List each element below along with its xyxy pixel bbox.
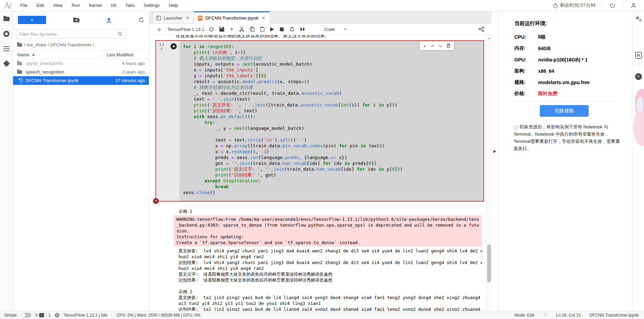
extensions-icon[interactable]: [3, 60, 10, 68]
power-button[interactable]: [602, 3, 623, 8]
mascot-image: [633, 88, 644, 149]
output-line: 识别结果: ta1 jin3 ping2 yao1 bu4 de li4 lia…: [178, 306, 482, 311]
output-line: [178, 283, 482, 289]
tab-launcher[interactable]: Launcher ✕: [153, 12, 194, 23]
menu-item-edit[interactable]: Edit: [32, 3, 48, 8]
menu-item-tabs[interactable]: Tabs: [121, 3, 139, 8]
new-folder-button[interactable]: [73, 18, 79, 22]
move-up-icon[interactable]: [431, 45, 434, 47]
filter-files-input[interactable]: [17, 32, 118, 37]
heart-icon[interactable]: ♡: [543, 312, 547, 318]
code-line: y = inputs['the_labels'][0]: [183, 73, 481, 79]
column-header-name[interactable]: Name: [13, 52, 102, 57]
scrollbar-thumb[interactable]: [487, 244, 491, 282]
menu-item-help[interactable]: Help: [164, 3, 183, 8]
env-spec-label: 架构:: [514, 68, 538, 74]
debug-icon[interactable]: [157, 27, 162, 32]
running-sessions-icon[interactable]: [3, 30, 10, 37]
filter-box: [16, 29, 125, 39]
output-line: 识别结果: lv4 shi4 yang2 chun1 yan1 jing3 da…: [178, 260, 482, 265]
output-line: ai3 tun2 yi4 zhi2 yi3 yi1 tou2 de you1 s…: [178, 300, 482, 306]
simple-mode-label: Simple: [4, 313, 17, 318]
close-icon[interactable]: ✕: [261, 15, 266, 21]
file-name: .ipynb_checkpoints: [23, 61, 106, 66]
workspace: + / ma_share / DFCNN-Transform: [0, 11, 644, 311]
code-line: got = ''.join(train_data.han_vocab[idx] …: [183, 160, 481, 166]
move-down-icon[interactable]: [439, 45, 442, 47]
tab-notebook[interactable]: DFCNN-Transformer.ipynb ✕: [194, 11, 270, 24]
restart-kernel-button[interactable]: [290, 27, 295, 32]
share-button[interactable]: [479, 26, 484, 32]
paste-cells-button[interactable]: [260, 27, 264, 32]
kernel-count[interactable]: 1: [48, 313, 51, 318]
code-cell[interactable]: + 3.9 s: [155, 40, 484, 202]
output-stderr-block: WARNING:tensorflow:From /home/ma-user/an…: [174, 215, 482, 247]
cut-cells-button[interactable]: [239, 27, 244, 32]
cell-run-button[interactable]: [171, 43, 177, 49]
settings-gears-icon[interactable]: [632, 15, 644, 22]
run-all-button[interactable]: [301, 27, 305, 31]
status-bar: Simple 0 ▸ 1 TensorFlow-1.13.1 | Idle CP…: [0, 311, 644, 319]
column-header-modified[interactable]: Last Modified: [102, 50, 149, 59]
notebook-toolbar: TensorFlow-1.13.1 +: [149, 24, 492, 35]
env-spec-label: 价格:: [514, 91, 538, 97]
kernel-name[interactable]: TensorFlow-1.13.1: [167, 27, 204, 32]
scroll-up-icon[interactable]: ▲: [488, 36, 491, 40]
breadcrumb[interactable]: / ma_share / DFCNN-Transformer /: [13, 39, 149, 50]
save-button[interactable]: [219, 27, 224, 32]
refresh-button[interactable]: [139, 17, 144, 23]
insert-cell-icon[interactable]: +: [423, 43, 426, 49]
terminal-count[interactable]: 0 ▸: [35, 313, 44, 318]
copy-cells-button[interactable]: [250, 27, 254, 32]
layers-icon[interactable]: ☰: [632, 73, 644, 80]
cell-type-value: Code: [324, 27, 335, 32]
markdown-cell-clipped: 在这里显示出10条语音示例的原文拼音及识别结果、原文汉字及识别结果。: [176, 35, 329, 38]
menu-item-kernel[interactable]: Kernel: [84, 3, 106, 8]
new-launcher-button[interactable]: +: [18, 16, 46, 24]
code-line: except StopIteration:: [183, 178, 481, 184]
globe-icon[interactable]: [55, 313, 59, 318]
user-button[interactable]: [623, 3, 644, 9]
add-cell-button[interactable]: +: [230, 26, 233, 33]
output-line: 示例 2: [178, 289, 482, 295]
code-editor[interactable]: for i in range(10): print('\n示例', i+1) #…: [179, 41, 483, 201]
code-line: print('识别结果: ', got): [183, 172, 481, 178]
environment-panel: 当前运行环境: CPU:8核内存:64GBGPU:nvidia-p100(16G…: [499, 11, 632, 311]
menu-item-git[interactable]: Git: [106, 3, 121, 8]
file-modified: 4 hours ago: [106, 61, 149, 66]
cell-type-dropdown[interactable]: Code: [324, 27, 347, 32]
code-line: _, y = next(language_model_batch): [183, 125, 481, 131]
upload-button[interactable]: [106, 17, 111, 23]
file-browser-tab-icon[interactable]: [3, 15, 10, 22]
switch-spec-button[interactable]: 切换规格: [540, 105, 589, 117]
close-icon[interactable]: ✕: [185, 15, 190, 21]
env-spec-label: 规格:: [514, 79, 538, 86]
file-row[interactable]: .ipynb_checkpoints4 hours ago: [13, 59, 149, 68]
file-row[interactable]: DFCNN-Transformer.ipynb17 minutes ago: [13, 76, 149, 85]
menu-item-settings[interactable]: Settings: [139, 3, 164, 8]
notebook-mode[interactable]: Mode: Edit: [514, 313, 534, 318]
main-menu: FileEditViewRunKernelGitTabsSettingsHelp: [16, 0, 183, 11]
stop-button[interactable]: [280, 27, 284, 31]
env-spec-value: 64GB: [538, 46, 551, 51]
file-row[interactable]: speech_recognition3 years ago: [13, 68, 149, 76]
output-line: Instructions for updating:: [176, 234, 479, 240]
cell-error-marker-icon[interactable]: ✕: [153, 198, 159, 204]
chevron-down-icon: [344, 28, 347, 30]
divider: [512, 101, 615, 102]
notebook-scrollbar[interactable]: ▲: [486, 35, 492, 311]
code-line: print('原文拼音: ', ' '.join([train_data.aco…: [183, 102, 481, 108]
table-of-contents-icon[interactable]: [3, 45, 10, 53]
menu-item-file[interactable]: File: [16, 3, 32, 8]
kernel-status[interactable]: TensorFlow-1.13.1 | Idle: [64, 313, 108, 318]
simple-mode-toggle[interactable]: [21, 313, 31, 318]
run-button[interactable]: [270, 27, 274, 32]
output-line: huo2 xiu4 mei4 shi1 yi4 ang4 ran2: [178, 265, 482, 271]
delete-cell-icon[interactable]: [447, 44, 450, 48]
cursor-position[interactable]: Ln 26, Col 13: [556, 313, 580, 318]
menu-item-view[interactable]: View: [48, 3, 67, 8]
workspace-w-icon[interactable]: W: [632, 52, 644, 59]
divider: [634, 65, 643, 65]
menu-item-run[interactable]: Run: [67, 3, 84, 8]
expand-panel-icon[interactable]: ▶: [493, 149, 496, 153]
